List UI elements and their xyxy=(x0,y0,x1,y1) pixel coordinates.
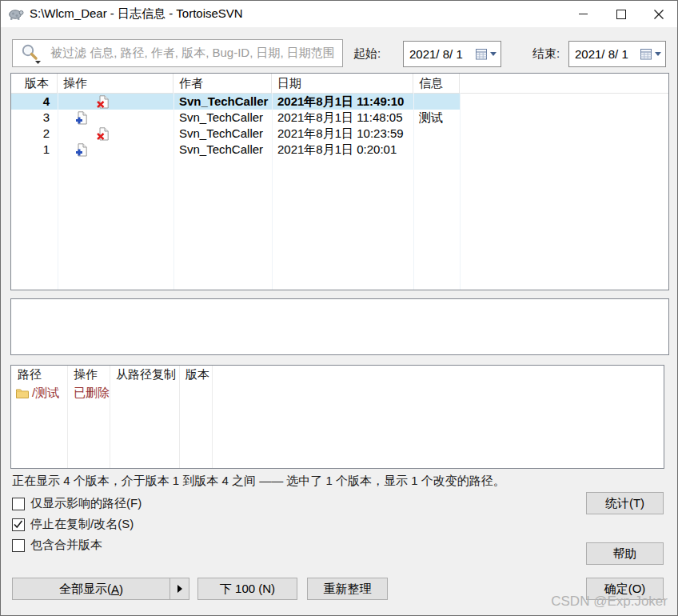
watermark: CSDN @Exp.Joker xyxy=(551,594,668,610)
close-button[interactable] xyxy=(640,1,677,27)
message-cell xyxy=(413,142,460,158)
search-placeholder: 被过滤 信息, 路径, 作者, 版本, Bug-ID, 日期, 日期范围 xyxy=(50,46,335,61)
column-divider xyxy=(179,366,180,468)
column-header-copied-from[interactable]: 从路径复制 xyxy=(110,366,179,384)
log-row-revision-2[interactable]: 2Svn_TechCaller2021年8月1日 10:23:59 xyxy=(11,126,460,142)
log-row-revision-4[interactable]: 4Svn_TechCaller2021年8月1日 11:49:10 xyxy=(11,94,460,110)
actions-cell xyxy=(58,142,173,158)
message-cell xyxy=(413,94,460,110)
action-deleted-icon xyxy=(96,95,110,109)
action-deleted-icon xyxy=(96,127,110,141)
date-cell: 2021年8月1日 11:49:10 xyxy=(272,94,413,110)
log-row-revision-3[interactable]: 3Svn_TechCaller2021年8月1日 11:48:05测试 xyxy=(11,110,460,126)
author-cell: Svn_TechCaller xyxy=(173,110,272,126)
calendar-icon xyxy=(640,49,652,60)
status-text: 正在显示 4 个版本，介于版本 1 到版本 4 之间 —— 选中了 1 个版本，… xyxy=(12,474,505,489)
date-cell: 2021年8月1日 10:23:59 xyxy=(272,126,413,142)
checkbox-icon[interactable] xyxy=(12,539,25,552)
action-added-icon xyxy=(74,143,88,157)
column-divider xyxy=(110,366,110,468)
column-header-path[interactable]: 路径 xyxy=(11,366,67,384)
show-all-accesskey: A xyxy=(111,582,119,596)
log-message-box[interactable] xyxy=(10,298,669,355)
checkbox-include-merged-revisions[interactable]: 包含合并版本 xyxy=(12,538,102,553)
log-messages-dialog: S:\Wlcm_Dear - 日志信息 - TortoiseSVN 被过滤 信息… xyxy=(0,0,678,616)
actions-cell xyxy=(58,126,173,142)
tortoisesvn-logo-icon xyxy=(8,7,24,21)
calendar-icon xyxy=(476,49,488,60)
author-cell: Svn_TechCaller xyxy=(173,142,272,158)
date-to-label: 结束: xyxy=(532,46,560,62)
revision-cell xyxy=(179,384,212,402)
date-to-picker[interactable]: 2021/ 8/ 1 xyxy=(568,41,666,67)
revision-rows: 4Svn_TechCaller2021年8月1日 11:49:103Svn_Te… xyxy=(11,94,668,158)
path-cell: /测试 xyxy=(11,384,67,402)
checkbox-icon[interactable] xyxy=(12,498,25,510)
dropdown-arrow-icon[interactable] xyxy=(490,52,497,56)
show-all-label-suffix: ) xyxy=(119,582,123,596)
action-added-icon xyxy=(74,111,88,125)
changed-paths-list: 路径 操作 从路径复制 版本 /测试已删除 xyxy=(10,365,664,469)
folder-icon xyxy=(16,388,29,398)
checkmark-icon xyxy=(12,518,25,530)
maximize-icon xyxy=(616,10,626,19)
author-cell: Svn_TechCaller xyxy=(173,126,272,142)
action-cell: 已删除 xyxy=(67,384,110,402)
filter-search-input[interactable]: 被过滤 信息, 路径, 作者, 版本, Bug-ID, 日期, 日期范围 xyxy=(12,39,343,67)
checkbox-stop-on-copy-rename[interactable]: 停止在复制/改名(S) xyxy=(12,517,134,532)
search-icon[interactable] xyxy=(19,42,43,65)
date-from-label: 起始: xyxy=(353,46,381,62)
date-cell: 2021年8月1日 0:20:01 xyxy=(272,142,413,158)
column-header-revision[interactable]: 版本 xyxy=(11,74,58,93)
date-cell: 2021年8月1日 11:48:05 xyxy=(272,110,413,126)
checkbox-show-affected-paths[interactable]: 仅显示影响的路径(F) xyxy=(12,496,142,511)
titlebar: S:\Wlcm_Dear - 日志信息 - TortoiseSVN xyxy=(1,1,677,27)
log-row-revision-1[interactable]: 1Svn_TechCaller2021年8月1日 0:20:01 xyxy=(11,142,460,158)
statistics-button[interactable]: 统计(T) xyxy=(586,492,664,514)
show-all-label: 全部显示( xyxy=(59,582,111,597)
revision-cell: 1 xyxy=(11,142,58,158)
window-controls xyxy=(564,1,677,27)
column-divider xyxy=(212,366,213,468)
column-divider xyxy=(272,93,273,290)
show-all-dropdown[interactable] xyxy=(170,578,189,599)
author-cell: Svn_TechCaller xyxy=(173,94,272,110)
dropdown-arrow-icon[interactable] xyxy=(655,52,661,56)
date-to-value: 2021/ 8/ 1 xyxy=(575,47,628,61)
column-header-author[interactable]: 作者 xyxy=(173,74,272,93)
column-header-message[interactable]: 信息 xyxy=(413,74,460,93)
column-divider xyxy=(460,93,461,290)
help-button[interactable]: 帮助 xyxy=(586,542,664,565)
column-divider xyxy=(173,93,174,290)
checkbox-label: 包含合并版本 xyxy=(30,538,102,553)
actions-cell xyxy=(58,94,173,110)
show-all-split-button[interactable]: 全部显示(A) xyxy=(12,578,189,600)
next-100-button[interactable]: 下 100 (N) xyxy=(197,578,297,600)
close-icon xyxy=(654,10,664,19)
checkbox-label: 仅显示影响的路径(F) xyxy=(30,496,142,511)
refresh-button[interactable]: 重新整理 xyxy=(307,578,388,600)
actions-cell xyxy=(58,110,173,126)
minimize-icon xyxy=(579,14,588,14)
maximize-button[interactable] xyxy=(602,1,640,27)
minimize-button[interactable] xyxy=(564,1,602,27)
revision-cell: 2 xyxy=(11,126,58,142)
window-title: S:\Wlcm_Dear - 日志信息 - TortoiseSVN xyxy=(30,6,243,22)
revision-list: 版本 操作 作者 日期 信息 4Svn_TechCaller2021年8月1日 … xyxy=(10,73,669,290)
column-header-date[interactable]: 日期 xyxy=(272,74,413,93)
revision-list-header: 版本 操作 作者 日期 信息 xyxy=(11,74,668,94)
column-header-action[interactable]: 操作 xyxy=(67,366,110,384)
column-divider xyxy=(67,366,68,468)
revision-cell: 4 xyxy=(11,94,58,110)
message-cell: 测试 xyxy=(413,110,460,126)
show-all-button[interactable]: 全部显示(A) xyxy=(13,578,170,599)
column-header-actions[interactable]: 操作 xyxy=(58,74,173,93)
column-header-revision[interactable]: 版本 xyxy=(179,366,212,384)
column-divider xyxy=(413,93,414,290)
revision-cell: 3 xyxy=(11,110,58,126)
checkbox-icon[interactable] xyxy=(12,518,25,531)
date-from-picker[interactable]: 2021/ 8/ 1 xyxy=(403,41,501,67)
checkbox-label: 停止在复制/改名(S) xyxy=(30,517,134,532)
copied-from-cell xyxy=(110,384,179,402)
split-arrow-icon xyxy=(177,585,182,593)
